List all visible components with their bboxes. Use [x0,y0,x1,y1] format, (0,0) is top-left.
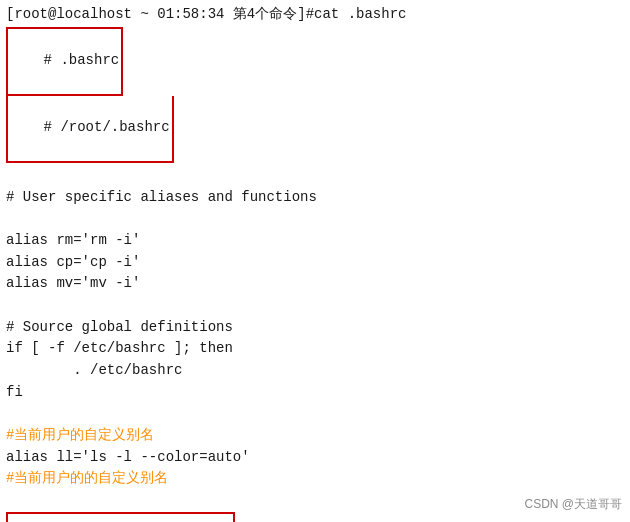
watermark: CSDN @天道哥哥 [524,495,622,514]
alias-cp: alias cp='cp -i' [6,252,624,274]
bashrc-line-2-container: # /root/.bashrc [6,96,174,163]
if-statement: if [ -f /etc/bashrc ]; then [6,338,624,360]
etc-bashrc: . /etc/bashrc [6,360,624,382]
empty-4 [6,403,624,425]
empty-3 [6,295,624,317]
comment-user-aliases: # User specific aliases and functions [6,187,624,209]
empty-1 [6,165,624,187]
comment-custom-alias-1: #当前用户的自定义别名 [6,425,624,447]
command-prompt-1: [root@localhost ~ 01:58:34 第4个命令]#cat .b… [6,4,624,26]
bashrc-line-2: # /root/.bashrc [44,119,170,135]
fi-statement: fi [6,382,624,404]
comment-source: # Source global definitions [6,317,624,339]
empty-2 [6,208,624,230]
bashrc-line-1: # .bashrc [44,52,120,68]
terminal-window: [root@localhost ~ 01:58:34 第4个命令]#cat .b… [0,0,630,522]
alias-mv: alias mv='mv -i' [6,273,624,295]
comment-custom-alias-2: #当前用户的的自定义别名 [6,468,624,490]
alias-rm: alias rm='rm -i' [6,230,624,252]
ps1-comment-container: #定义自己的PS1，命令提示符 [6,512,235,522]
bashrc-line-1-container: # .bashrc [6,27,123,96]
alias-ll: alias ll='ls -l --color=auto' [6,447,624,469]
